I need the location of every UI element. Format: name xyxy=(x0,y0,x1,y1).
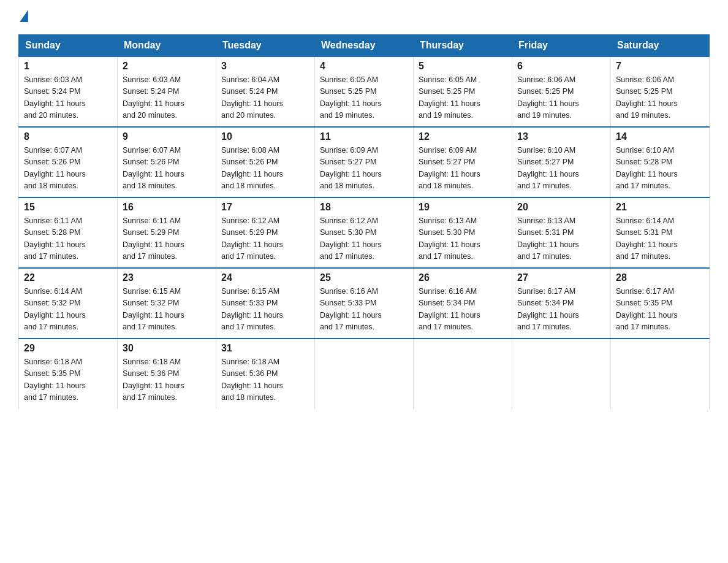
day-info: Sunrise: 6:17 AM Sunset: 5:35 PM Dayligh… xyxy=(616,286,704,334)
col-header-saturday: Saturday xyxy=(611,35,710,57)
day-info: Sunrise: 6:13 AM Sunset: 5:30 PM Dayligh… xyxy=(419,215,507,263)
calendar-cell xyxy=(611,339,710,409)
calendar-week-row: 8Sunrise: 6:07 AM Sunset: 5:26 PM Daylig… xyxy=(19,127,710,197)
day-info: Sunrise: 6:12 AM Sunset: 5:29 PM Dayligh… xyxy=(221,215,309,263)
day-number: 19 xyxy=(419,202,507,213)
day-info: Sunrise: 6:08 AM Sunset: 5:26 PM Dayligh… xyxy=(221,145,309,193)
day-number: 15 xyxy=(24,202,112,213)
calendar-header-row: SundayMondayTuesdayWednesdayThursdayFrid… xyxy=(19,35,710,57)
col-header-tuesday: Tuesday xyxy=(216,35,315,57)
day-info: Sunrise: 6:03 AM Sunset: 5:24 PM Dayligh… xyxy=(24,74,112,122)
day-number: 28 xyxy=(616,272,704,283)
day-number: 7 xyxy=(616,61,704,72)
calendar-week-row: 22Sunrise: 6:14 AM Sunset: 5:32 PM Dayli… xyxy=(19,268,710,339)
calendar-cell: 21Sunrise: 6:14 AM Sunset: 5:31 PM Dayli… xyxy=(611,197,710,268)
calendar-cell: 19Sunrise: 6:13 AM Sunset: 5:30 PM Dayli… xyxy=(414,197,512,268)
calendar-cell: 22Sunrise: 6:14 AM Sunset: 5:32 PM Dayli… xyxy=(19,268,118,339)
calendar-cell: 30Sunrise: 6:18 AM Sunset: 5:36 PM Dayli… xyxy=(118,339,216,409)
calendar-week-row: 29Sunrise: 6:18 AM Sunset: 5:35 PM Dayli… xyxy=(19,339,710,409)
calendar-week-row: 1Sunrise: 6:03 AM Sunset: 5:24 PM Daylig… xyxy=(19,56,710,127)
calendar-cell: 11Sunrise: 6:09 AM Sunset: 5:27 PM Dayli… xyxy=(315,127,414,197)
calendar-cell xyxy=(512,339,611,409)
calendar-cell: 15Sunrise: 6:11 AM Sunset: 5:28 PM Dayli… xyxy=(19,197,118,268)
calendar-cell xyxy=(315,339,414,409)
day-number: 25 xyxy=(320,272,408,283)
day-number: 2 xyxy=(123,61,211,72)
day-info: Sunrise: 6:04 AM Sunset: 5:24 PM Dayligh… xyxy=(221,74,309,122)
day-number: 9 xyxy=(123,131,211,142)
day-number: 29 xyxy=(24,343,112,354)
calendar-cell: 31Sunrise: 6:18 AM Sunset: 5:36 PM Dayli… xyxy=(216,339,315,409)
day-info: Sunrise: 6:06 AM Sunset: 5:25 PM Dayligh… xyxy=(616,74,704,122)
calendar-cell: 2Sunrise: 6:03 AM Sunset: 5:24 PM Daylig… xyxy=(118,56,216,127)
day-info: Sunrise: 6:06 AM Sunset: 5:25 PM Dayligh… xyxy=(517,74,605,122)
col-header-monday: Monday xyxy=(118,35,216,57)
day-number: 4 xyxy=(320,61,408,72)
calendar-cell: 24Sunrise: 6:15 AM Sunset: 5:33 PM Dayli… xyxy=(216,268,315,339)
day-number: 20 xyxy=(517,202,605,213)
page-header xyxy=(18,12,710,22)
day-number: 17 xyxy=(221,202,309,213)
day-number: 1 xyxy=(24,61,112,72)
day-info: Sunrise: 6:09 AM Sunset: 5:27 PM Dayligh… xyxy=(320,145,408,193)
day-number: 26 xyxy=(419,272,507,283)
calendar-cell: 9Sunrise: 6:07 AM Sunset: 5:26 PM Daylig… xyxy=(118,127,216,197)
calendar-cell: 27Sunrise: 6:17 AM Sunset: 5:34 PM Dayli… xyxy=(512,268,611,339)
day-number: 21 xyxy=(616,202,704,213)
day-number: 13 xyxy=(517,131,605,142)
day-info: Sunrise: 6:17 AM Sunset: 5:34 PM Dayligh… xyxy=(517,286,605,334)
day-info: Sunrise: 6:16 AM Sunset: 5:34 PM Dayligh… xyxy=(419,286,507,334)
day-info: Sunrise: 6:18 AM Sunset: 5:35 PM Dayligh… xyxy=(24,356,112,404)
calendar-cell: 5Sunrise: 6:05 AM Sunset: 5:25 PM Daylig… xyxy=(414,56,512,127)
day-info: Sunrise: 6:11 AM Sunset: 5:28 PM Dayligh… xyxy=(24,215,112,263)
day-info: Sunrise: 6:10 AM Sunset: 5:27 PM Dayligh… xyxy=(517,145,605,193)
day-info: Sunrise: 6:07 AM Sunset: 5:26 PM Dayligh… xyxy=(123,145,211,193)
calendar-cell: 18Sunrise: 6:12 AM Sunset: 5:30 PM Dayli… xyxy=(315,197,414,268)
calendar-cell xyxy=(414,339,512,409)
day-number: 22 xyxy=(24,272,112,283)
day-info: Sunrise: 6:14 AM Sunset: 5:31 PM Dayligh… xyxy=(616,215,704,263)
day-info: Sunrise: 6:07 AM Sunset: 5:26 PM Dayligh… xyxy=(24,145,112,193)
col-header-friday: Friday xyxy=(512,35,611,57)
calendar-cell: 4Sunrise: 6:05 AM Sunset: 5:25 PM Daylig… xyxy=(315,56,414,127)
day-info: Sunrise: 6:15 AM Sunset: 5:33 PM Dayligh… xyxy=(221,286,309,334)
day-info: Sunrise: 6:13 AM Sunset: 5:31 PM Dayligh… xyxy=(517,215,605,263)
day-info: Sunrise: 6:05 AM Sunset: 5:25 PM Dayligh… xyxy=(320,74,408,122)
day-info: Sunrise: 6:03 AM Sunset: 5:24 PM Dayligh… xyxy=(123,74,211,122)
day-number: 14 xyxy=(616,131,704,142)
calendar-cell: 16Sunrise: 6:11 AM Sunset: 5:29 PM Dayli… xyxy=(118,197,216,268)
day-info: Sunrise: 6:11 AM Sunset: 5:29 PM Dayligh… xyxy=(123,215,211,263)
calendar-cell: 1Sunrise: 6:03 AM Sunset: 5:24 PM Daylig… xyxy=(19,56,118,127)
calendar-cell: 20Sunrise: 6:13 AM Sunset: 5:31 PM Dayli… xyxy=(512,197,611,268)
calendar-cell: 3Sunrise: 6:04 AM Sunset: 5:24 PM Daylig… xyxy=(216,56,315,127)
day-number: 27 xyxy=(517,272,605,283)
day-number: 8 xyxy=(24,131,112,142)
day-number: 5 xyxy=(419,61,507,72)
calendar-cell: 10Sunrise: 6:08 AM Sunset: 5:26 PM Dayli… xyxy=(216,127,315,197)
calendar-cell: 28Sunrise: 6:17 AM Sunset: 5:35 PM Dayli… xyxy=(611,268,710,339)
calendar-cell: 13Sunrise: 6:10 AM Sunset: 5:27 PM Dayli… xyxy=(512,127,611,197)
day-info: Sunrise: 6:14 AM Sunset: 5:32 PM Dayligh… xyxy=(24,286,112,334)
day-info: Sunrise: 6:05 AM Sunset: 5:25 PM Dayligh… xyxy=(419,74,507,122)
calendar-cell: 17Sunrise: 6:12 AM Sunset: 5:29 PM Dayli… xyxy=(216,197,315,268)
calendar-week-row: 15Sunrise: 6:11 AM Sunset: 5:28 PM Dayli… xyxy=(19,197,710,268)
day-info: Sunrise: 6:16 AM Sunset: 5:33 PM Dayligh… xyxy=(320,286,408,334)
col-header-wednesday: Wednesday xyxy=(315,35,414,57)
day-info: Sunrise: 6:09 AM Sunset: 5:27 PM Dayligh… xyxy=(419,145,507,193)
day-number: 11 xyxy=(320,131,408,142)
day-number: 12 xyxy=(419,131,507,142)
calendar-table: SundayMondayTuesdayWednesdayThursdayFrid… xyxy=(18,34,710,409)
calendar-cell: 25Sunrise: 6:16 AM Sunset: 5:33 PM Dayli… xyxy=(315,268,414,339)
day-number: 24 xyxy=(221,272,309,283)
day-number: 18 xyxy=(320,202,408,213)
day-info: Sunrise: 6:18 AM Sunset: 5:36 PM Dayligh… xyxy=(123,356,211,404)
calendar-cell: 7Sunrise: 6:06 AM Sunset: 5:25 PM Daylig… xyxy=(611,56,710,127)
logo-triangle-icon xyxy=(20,10,28,22)
calendar-cell: 6Sunrise: 6:06 AM Sunset: 5:25 PM Daylig… xyxy=(512,56,611,127)
logo xyxy=(18,12,28,22)
day-info: Sunrise: 6:15 AM Sunset: 5:32 PM Dayligh… xyxy=(123,286,211,334)
calendar-cell: 12Sunrise: 6:09 AM Sunset: 5:27 PM Dayli… xyxy=(414,127,512,197)
day-number: 16 xyxy=(123,202,211,213)
calendar-cell: 29Sunrise: 6:18 AM Sunset: 5:35 PM Dayli… xyxy=(19,339,118,409)
day-info: Sunrise: 6:10 AM Sunset: 5:28 PM Dayligh… xyxy=(616,145,704,193)
